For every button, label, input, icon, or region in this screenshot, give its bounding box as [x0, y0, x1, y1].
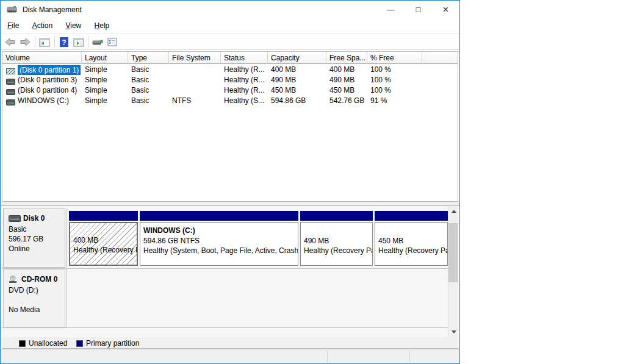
menu-bar: File Action View Help	[1, 19, 459, 33]
cell-type: Basic	[128, 85, 169, 96]
partition-block-windows-c[interactable]: WINDOWS (C:) 594.86 GB NTFS Healthy (Sys…	[140, 211, 298, 266]
column-header-free-space[interactable]: Free Spa...	[326, 52, 367, 64]
cell-status: Healthy (R...	[221, 75, 268, 85]
maximize-button[interactable]: □	[405, 1, 432, 18]
column-header-blank	[422, 52, 458, 64]
partition-icon	[6, 67, 15, 73]
legend-primary-partition: Primary partition	[76, 339, 139, 348]
show-console-tree-button[interactable]	[38, 35, 51, 49]
partition-body-selected[interactable]: 400 MB Healthy (Recovery Partition)	[69, 222, 138, 266]
cell-pct-free: 100 %	[367, 75, 422, 85]
disk-icon	[9, 215, 21, 222]
column-header-pct-free[interactable]: % Free	[367, 52, 422, 64]
cell-pct-free: 100 %	[367, 65, 422, 75]
cell-file-system	[169, 65, 221, 75]
cdrom-status: No Media	[9, 305, 61, 315]
status-separator	[409, 351, 410, 362]
scroll-up-button[interactable]	[448, 206, 458, 216]
forward-button[interactable]	[18, 35, 32, 49]
disk-row-separator	[2, 268, 448, 269]
volume-row-disk0-partition4[interactable]: (Disk 0 partition 4) Simple Basic Health…	[2, 85, 458, 96]
cell-capacity: 594.86 GB	[268, 96, 326, 106]
cell-free-space: 400 MB	[326, 65, 367, 75]
column-header-type[interactable]: Type	[128, 52, 169, 64]
volume-row-disk0-partition1[interactable]: (Disk 0 partition 1) Simple Basic Health…	[2, 65, 458, 75]
partition-body[interactable]: 490 MB Healthy (Recovery Partition)	[300, 222, 373, 266]
partition-size: 450 MB	[375, 223, 447, 246]
cdrom-media: DVD (D:)	[9, 285, 61, 295]
legend-label: Primary partition	[86, 339, 139, 348]
cell-pct-free: 100 %	[367, 85, 422, 96]
show-action-pane-button[interactable]	[72, 35, 85, 49]
toolbar-separator	[35, 36, 35, 48]
volume-list-header: Volume Layout Type File System Status Ca…	[2, 52, 458, 64]
back-button[interactable]	[3, 35, 16, 49]
cdrom-info-panel[interactable]: CD-ROM 0 DVD (D:) No Media	[3, 269, 65, 327]
column-header-file-system[interactable]: File System	[169, 52, 221, 64]
partition-block-450mb[interactable]: 450 MB Healthy (Recovery Partition)	[375, 211, 448, 266]
volume-row-windows-c[interactable]: WINDOWS (C:) Simple Basic NTFS Healthy (…	[2, 96, 458, 106]
cell-type: Basic	[128, 96, 169, 106]
menu-view[interactable]: View	[60, 19, 87, 33]
volume-name[interactable]: (Disk 0 partition 3)	[18, 75, 77, 85]
help-button[interactable]: ?	[57, 35, 71, 49]
menu-file[interactable]: File	[2, 19, 24, 33]
partition-icon	[6, 88, 15, 94]
disk0-info-panel[interactable]: Disk 0 Basic 596.17 GB Online	[3, 209, 65, 268]
partition-block-400mb[interactable]: 400 MB Healthy (Recovery Partition)	[69, 211, 138, 266]
legend-unallocated: Unallocated	[19, 339, 67, 348]
pane-splitter[interactable]	[1, 202, 459, 206]
partition-status: Healthy (Recovery Partition)	[70, 245, 137, 255]
disk-device-button[interactable]	[91, 35, 104, 49]
legend-label: Unallocated	[29, 339, 67, 348]
partition-block-490mb[interactable]: 490 MB Healthy (Recovery Partition)	[300, 211, 373, 266]
volume-icon	[6, 98, 15, 104]
close-button[interactable]: ×	[432, 1, 459, 18]
cell-free-space: 542.76 GB	[326, 96, 367, 106]
cdrom-name: CD-ROM 0	[21, 274, 57, 284]
forward-arrow-icon	[20, 38, 31, 46]
disk0-size: 596.17 GB	[9, 234, 61, 244]
volume-rows: (Disk 0 partition 1) Simple Basic Health…	[2, 65, 458, 106]
cell-layout: Simple	[82, 75, 128, 85]
column-header-status[interactable]: Status	[221, 52, 268, 64]
chevron-up-icon	[452, 210, 456, 213]
cell-layout: Simple	[82, 96, 128, 106]
disk0-name: Disk 0	[23, 213, 45, 223]
console-tree-icon	[39, 38, 50, 47]
status-separator	[327, 351, 328, 362]
cell-layout: Simple	[82, 85, 128, 96]
scrollbar-thumb[interactable]	[448, 223, 458, 282]
cell-file-system: NTFS	[169, 96, 221, 106]
cell-capacity: 400 MB	[268, 65, 326, 75]
minimize-button[interactable]: —	[377, 1, 405, 18]
vertical-scrollbar[interactable]	[448, 206, 458, 337]
column-header-volume[interactable]: Volume	[2, 52, 82, 64]
checklist-button[interactable]	[106, 35, 119, 49]
column-header-layout[interactable]: Layout	[82, 52, 128, 64]
toolbar: ?	[1, 33, 459, 50]
primary-partition-color-bar	[140, 211, 298, 221]
action-pane-icon	[73, 38, 84, 47]
partition-body[interactable]: 450 MB Healthy (Recovery Partition)	[375, 222, 448, 266]
menu-help[interactable]: Help	[89, 19, 115, 33]
cell-pct-free: 91 %	[367, 96, 422, 106]
volume-name-selected[interactable]: (Disk 0 partition 1)	[18, 65, 81, 75]
unallocated-swatch	[19, 340, 26, 347]
volume-name[interactable]: (Disk 0 partition 4)	[18, 85, 77, 96]
title-bar[interactable]: Disk Management — □ ×	[1, 1, 459, 19]
volume-row-disk0-partition3[interactable]: (Disk 0 partition 3) Simple Basic Health…	[2, 75, 458, 85]
volume-name[interactable]: WINDOWS (C:)	[18, 96, 69, 106]
partition-size: 594.86 GB NTFS	[140, 236, 298, 246]
primary-partition-color-bar	[69, 211, 138, 221]
scroll-down-button[interactable]	[448, 327, 458, 337]
primary-partition-color-bar	[375, 211, 448, 221]
status-bar	[1, 349, 459, 363]
cell-status: Healthy (S...	[221, 96, 268, 106]
menu-action[interactable]: Action	[27, 19, 58, 33]
volume-list: Volume Layout Type File System Status Ca…	[2, 51, 458, 202]
column-header-capacity[interactable]: Capacity	[268, 52, 326, 64]
partition-body[interactable]: WINDOWS (C:) 594.86 GB NTFS Healthy (Sys…	[140, 222, 298, 266]
chevron-down-icon	[452, 330, 456, 334]
cdrom-icon	[9, 276, 19, 284]
